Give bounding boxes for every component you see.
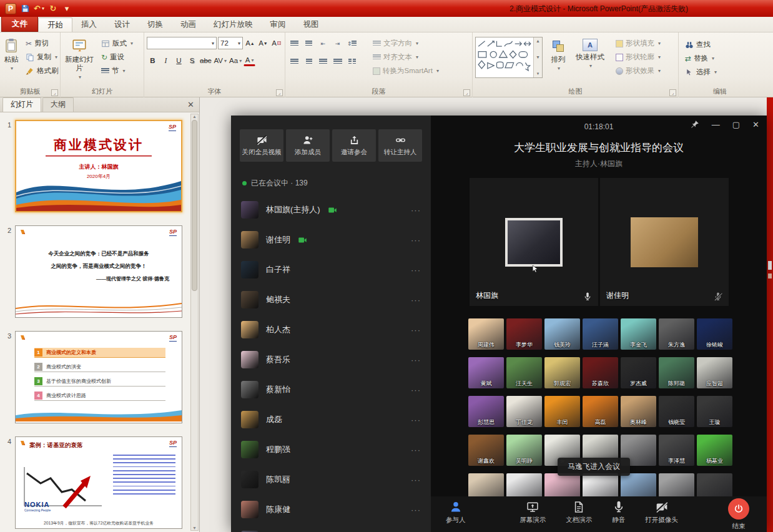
ribbon-tab-0[interactable]: 文件 [1, 16, 38, 32]
grid-participant-tile[interactable]: 郭观宏 [544, 357, 580, 388]
font-size-select[interactable]: 72▾ [218, 37, 243, 49]
grid-participant-tile[interactable]: 吴明静 [506, 435, 542, 466]
meeting-action-transfer-host-button[interactable]: 转让主持人 [378, 129, 422, 162]
participant-row[interactable]: 陈凯丽··· [231, 465, 431, 495]
dialog-launcher-button[interactable]: ⌟ [51, 89, 58, 96]
grid-participant-tile[interactable]: 钱晓莹 [659, 396, 694, 427]
align-right-button[interactable] [317, 56, 330, 68]
grid-participant-tile[interactable]: 周建伟 [468, 318, 504, 350]
slide-thumbnail-1[interactable]: SP 商业模式设计 主讲人：林国旗 2020年4月 [15, 120, 182, 212]
align-left-button[interactable] [288, 56, 301, 68]
increase-indent-button[interactable]: ⇥ [331, 37, 344, 50]
decrease-font-size-button[interactable]: A▼ [257, 37, 269, 49]
participant-row[interactable]: ··· [231, 525, 431, 532]
scroll-down-icon[interactable]: ▼ [192, 526, 197, 530]
italic-button[interactable]: I [160, 54, 172, 67]
increase-font-size-button[interactable]: A▲ [244, 37, 256, 49]
shape-effects-button[interactable]: 形状效果▾ [612, 64, 664, 77]
toolbar-doc-share-button[interactable]: 文档演示 [566, 501, 592, 525]
tab-outline[interactable]: 大纲 [42, 97, 74, 112]
slide-thumbnail-2[interactable]: SP 今天企业之间的竞争：已经不是产品和服务 之间的竞争，而是商业模式之间的竞争… [15, 225, 182, 318]
grid-participant-tile[interactable]: 黄斌 [468, 357, 504, 388]
shape-outline-button[interactable]: 形状轮廓▾ [612, 51, 664, 64]
more-options-button[interactable]: ··· [411, 415, 421, 425]
participant-row[interactable]: 程鹏强··· [231, 435, 431, 465]
text-direction-button[interactable]: 文字方向▾ [369, 37, 443, 50]
grid-participant-tile[interactable]: 杨基业 [697, 435, 732, 466]
quick-styles-button[interactable]: A 快速样式▾ [574, 34, 606, 86]
text-shadow-button[interactable]: S [186, 54, 198, 67]
grid-participant-tile[interactable]: 丰闰 [544, 396, 580, 427]
slide-thumbnail-4[interactable]: SP 案例：诺基亚的衰落 NOKIAConnecting People 2013… [15, 436, 182, 529]
grid-participant-tile[interactable]: 陈郅璐 [659, 357, 694, 388]
dialog-launcher-button[interactable]: ⌟ [669, 89, 676, 96]
numbering-button[interactable] [302, 37, 315, 50]
pin-icon[interactable] [691, 120, 699, 129]
layout-button[interactable]: 版式▾ [97, 37, 137, 50]
redo-button[interactable]: ↻ [48, 3, 58, 14]
grid-participant-tile[interactable]: 钱美玲 [544, 318, 580, 350]
scrollbar-thumb[interactable] [192, 120, 197, 291]
save-button[interactable] [20, 3, 30, 14]
decrease-indent-button[interactable]: ⇤ [317, 37, 330, 50]
paste-button[interactable]: 粘贴 ▾ [2, 34, 20, 86]
grid-participant-tile[interactable]: 彭慧思 [468, 396, 504, 427]
more-options-button[interactable]: ··· [411, 325, 421, 335]
more-options-button[interactable]: ··· [411, 355, 421, 365]
shape-fill-button[interactable]: 形状填充▾ [612, 37, 664, 50]
undo-button[interactable]: ↶▾ [34, 3, 44, 14]
participant-row[interactable]: 成磊··· [231, 405, 431, 435]
dialog-launcher-button[interactable]: ⌟ [463, 89, 470, 96]
cut-button[interactable]: ✂剪切 [22, 37, 62, 50]
toolbar-mic-button[interactable]: 静音 [612, 501, 625, 525]
more-options-button[interactable]: ··· [411, 205, 421, 215]
meeting-action-invite-button[interactable]: 邀请参会 [332, 129, 376, 162]
grid-participant-tile[interactable]: 丁佳龙 [506, 396, 542, 427]
meeting-action-camera-off-button[interactable]: 关闭全员视频 [240, 129, 283, 162]
grid-participant-tile[interactable]: 谢鑫欢 [468, 435, 504, 466]
shapes-scrollbar[interactable]: ▲▼▾ [533, 37, 542, 77]
justify-button[interactable] [331, 56, 344, 68]
grid-participant-tile[interactable]: 汪子涵 [583, 318, 618, 350]
grid-participant-tile[interactable]: 李梦华 [506, 318, 542, 350]
grid-participant-tile[interactable]: 奥林峰 [621, 396, 656, 427]
more-options-button[interactable]: ··· [411, 475, 421, 485]
copy-button[interactable]: 复制▾ [22, 51, 62, 64]
slides-scrollbar[interactable]: ▲ ▼ [190, 114, 199, 531]
more-options-button[interactable]: ··· [411, 445, 421, 455]
reset-button[interactable]: ↻重设 [97, 51, 137, 64]
close-button[interactable]: ✕ [752, 121, 759, 129]
more-options-button[interactable]: ··· [411, 295, 421, 305]
toolbar-screen-share-button[interactable]: 屏幕演示 [519, 501, 546, 525]
find-button[interactable]: 查找 [681, 38, 759, 51]
more-options-button[interactable]: ··· [411, 505, 421, 515]
grid-participant-tile[interactable]: 应智超 [697, 357, 732, 388]
clear-formatting-button[interactable]: A [270, 37, 282, 49]
bullets-button[interactable] [288, 37, 301, 50]
participant-row[interactable]: 柏人杰··· [231, 315, 431, 345]
ribbon-tab-6[interactable]: 幻灯片放映 [205, 17, 262, 32]
select-button[interactable]: 选择▾ [681, 66, 759, 79]
participant-row[interactable]: 谢佳明··· [231, 225, 431, 255]
underline-button[interactable]: U [173, 54, 185, 67]
grid-participant-tile[interactable]: 汪天生 [506, 357, 542, 388]
more-options-button[interactable]: ··· [411, 235, 421, 245]
more-options-button[interactable]: ··· [411, 385, 421, 395]
arrange-button[interactable]: 排列▾ [544, 34, 572, 86]
more-options-button[interactable]: ··· [411, 265, 421, 275]
scroll-up-icon[interactable]: ▲ [192, 114, 197, 119]
new-slide-button[interactable]: 新建幻灯片 ▾ [63, 34, 96, 86]
ribbon-tab-8[interactable]: 视图 [295, 17, 328, 32]
strikethrough-button[interactable]: abc [199, 54, 212, 67]
line-spacing-button[interactable]: ⇕ [345, 37, 358, 50]
featured-video-tile[interactable]: 谢佳明 [600, 178, 729, 306]
participant-row[interactable]: 白子祥··· [231, 255, 431, 285]
participant-row[interactable]: 蔡吾乐··· [231, 345, 431, 375]
toolbar-end-call-button[interactable]: 结束 [728, 498, 749, 531]
ribbon-tab-7[interactable]: 审阅 [262, 17, 295, 32]
ribbon-tab-1[interactable]: 开始 [38, 17, 72, 32]
grid-participant-tile[interactable]: 罗杰威 [621, 357, 656, 388]
grid-participant-tile[interactable]: 朱方逸 [659, 318, 694, 350]
grid-participant-tile[interactable]: 高磊 [583, 396, 618, 427]
ribbon-tab-2[interactable]: 插入 [72, 17, 106, 32]
